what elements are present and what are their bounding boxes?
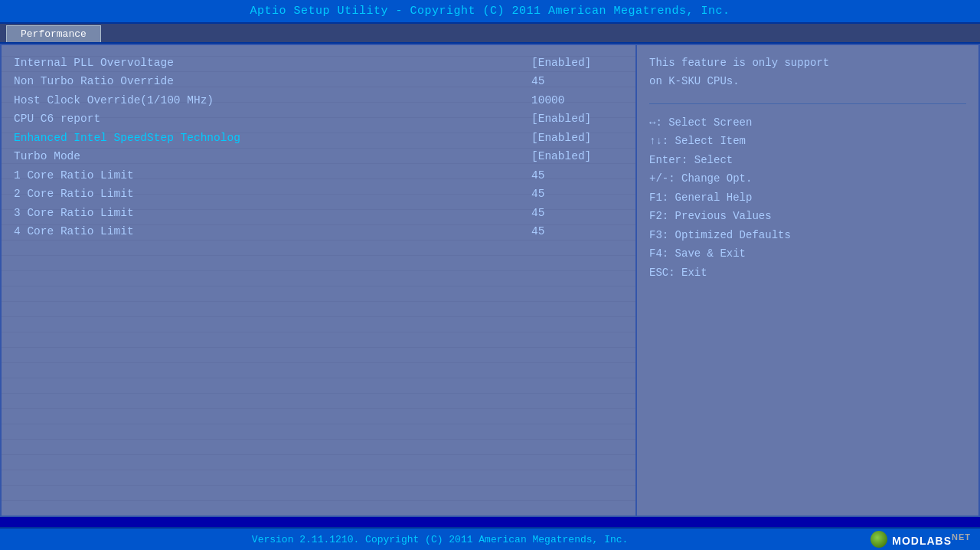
menu-item-3[interactable]: CPU C6 report[Enabled] bbox=[14, 110, 623, 127]
shortcut-item-3: +/-: Change Opt. bbox=[649, 169, 966, 188]
tab-performance[interactable]: Performance bbox=[6, 25, 101, 42]
shortcut-key-1: ↑↓: Select Item bbox=[649, 135, 746, 147]
menu-item-label-1: Non Turbo Ratio Override bbox=[14, 73, 174, 90]
menu-item-label-8: 3 Core Ratio Limit bbox=[14, 205, 134, 221]
menu-item-5[interactable]: Turbo Mode[Enabled] bbox=[14, 148, 623, 165]
menu-item-value-0: [Enabled] bbox=[531, 54, 623, 71]
shortcut-key-8: ESC: Exit bbox=[649, 267, 707, 279]
shortcut-item-7: F4: Save & Exit bbox=[649, 244, 966, 264]
shortcut-item-4: F1: General Help bbox=[649, 188, 966, 208]
menu-item-4[interactable]: Enhanced Intel SpeedStep Technolog[Enabl… bbox=[14, 129, 623, 146]
menu-item-label-7: 2 Core Ratio Limit bbox=[14, 185, 134, 202]
menu-item-value-9: 45 bbox=[531, 223, 623, 240]
shortcut-item-2: Enter: Select bbox=[649, 151, 966, 170]
menu-item-value-3: [Enabled] bbox=[531, 110, 623, 127]
footer-version: Version 2.11.1210. Copyright (C) 2011 Am… bbox=[9, 534, 871, 545]
menu-item-9[interactable]: 4 Core Ratio Limit45 bbox=[14, 223, 623, 240]
menu-item-1[interactable]: Non Turbo Ratio Override45 bbox=[14, 73, 623, 90]
logo-text: MODLABSNET bbox=[892, 532, 971, 547]
menu-item-label-3: CPU C6 report bbox=[14, 110, 100, 127]
menu-item-label-9: 4 Core Ratio Limit bbox=[14, 223, 134, 240]
menu-item-value-2: 10000 bbox=[531, 92, 623, 109]
menu-item-label-5: Turbo Mode bbox=[14, 148, 80, 165]
shortcut-key-5: F2: Previous Values bbox=[649, 210, 772, 222]
menu-item-label-6: 1 Core Ratio Limit bbox=[14, 167, 134, 184]
left-panel: Internal PLL Overvoltage[Enabled]Non Tur… bbox=[2, 45, 637, 516]
menu-container: Internal PLL Overvoltage[Enabled]Non Tur… bbox=[14, 54, 623, 241]
shortcut-item-1: ↑↓: Select Item bbox=[649, 132, 966, 151]
shortcuts-container: ↔: Select Screen↑↓: Select ItemEnter: Se… bbox=[649, 113, 966, 283]
header-title-text: Aptio Setup Utility - Copyright (C) 2011… bbox=[250, 5, 730, 18]
shortcut-item-8: ESC: Exit bbox=[649, 264, 966, 283]
shortcut-item-5: F2: Previous Values bbox=[649, 207, 966, 226]
shortcut-item-6: F3: Optimized Defaults bbox=[649, 226, 966, 245]
shortcut-item-0: ↔: Select Screen bbox=[649, 113, 966, 133]
shortcut-key-6: F3: Optimized Defaults bbox=[649, 229, 791, 241]
menu-item-value-4: [Enabled] bbox=[531, 129, 623, 146]
shortcut-key-7: F4: Save & Exit bbox=[649, 247, 746, 260]
tab-row: Performance bbox=[0, 24, 980, 44]
shortcut-key-3: +/-: Change Opt. bbox=[649, 172, 752, 185]
menu-item-8[interactable]: 3 Core Ratio Limit45 bbox=[14, 205, 623, 221]
right-panel: This feature is only support on K-SKU CP… bbox=[637, 45, 978, 516]
help-text: This feature is only support on K-SKU CP… bbox=[649, 54, 966, 91]
shortcut-key-2: Enter: Select bbox=[649, 154, 733, 166]
shortcut-key-0: ↔: Select Screen bbox=[649, 116, 752, 129]
menu-item-value-1: 45 bbox=[531, 73, 623, 90]
menu-item-value-7: 45 bbox=[531, 185, 623, 202]
shortcut-key-4: F1: General Help bbox=[649, 192, 752, 204]
bottom-bar: Version 2.11.1210. Copyright (C) 2011 Am… bbox=[0, 527, 980, 550]
menu-item-value-8: 45 bbox=[531, 205, 623, 221]
divider bbox=[649, 103, 966, 104]
menu-item-7[interactable]: 2 Core Ratio Limit45 bbox=[14, 185, 623, 202]
menu-item-label-4: Enhanced Intel SpeedStep Technolog bbox=[14, 129, 240, 146]
menu-item-label-0: Internal PLL Overvoltage bbox=[14, 54, 174, 71]
menu-item-0[interactable]: Internal PLL Overvoltage[Enabled] bbox=[14, 54, 623, 71]
menu-item-2[interactable]: Host Clock Override(1/100 MHz)10000 bbox=[14, 92, 623, 109]
menu-item-value-6: 45 bbox=[531, 167, 623, 184]
logo-area: MODLABSNET bbox=[871, 531, 971, 548]
menu-item-value-5: [Enabled] bbox=[531, 148, 623, 165]
header-title: Aptio Setup Utility - Copyright (C) 2011… bbox=[0, 0, 980, 24]
menu-item-6[interactable]: 1 Core Ratio Limit45 bbox=[14, 167, 623, 184]
logo-icon bbox=[871, 531, 887, 548]
menu-item-label-2: Host Clock Override(1/100 MHz) bbox=[14, 92, 214, 109]
main-area: Internal PLL Overvoltage[Enabled]Non Tur… bbox=[0, 44, 980, 517]
